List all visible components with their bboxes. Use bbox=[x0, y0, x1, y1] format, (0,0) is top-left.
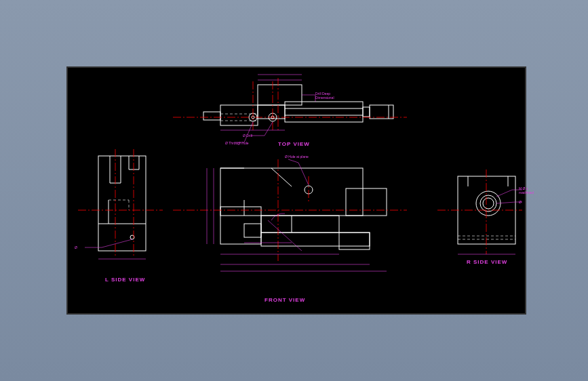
thread-annotation: M Ø xmachined bbox=[519, 186, 534, 195]
through-hole-annotation: Ø Through hole bbox=[225, 141, 249, 145]
right-side-view-label: R SIDE VIEW bbox=[467, 259, 507, 265]
svg-rect-28 bbox=[339, 233, 370, 249]
drill-annotation: Ø Drill bbox=[243, 134, 252, 138]
hole-plane-annotation: Ø Hole at plane bbox=[285, 155, 309, 159]
views-container: TOP VIEW FRONT VIEW L SIDE VIEW R SIDE V… bbox=[68, 68, 525, 313]
top-view-label: TOP VIEW bbox=[278, 141, 310, 147]
left-side-view-geometry bbox=[78, 149, 163, 259]
svg-point-64 bbox=[483, 198, 494, 209]
drill-deep-annotation: Drill DeepDimensional bbox=[315, 92, 334, 100]
svg-rect-4 bbox=[363, 107, 370, 117]
svg-rect-2 bbox=[220, 105, 258, 125]
svg-rect-29 bbox=[244, 224, 261, 237]
svg-rect-45 bbox=[98, 156, 146, 251]
svg-line-31 bbox=[271, 168, 292, 186]
front-view-geometry bbox=[173, 159, 407, 271]
svg-rect-5 bbox=[370, 105, 393, 119]
left-side-view-label: L SIDE VIEW bbox=[105, 277, 145, 283]
top-view-geometry bbox=[173, 75, 407, 142]
drawing-canvas: TOP VIEW FRONT VIEW L SIDE VIEW R SIDE V… bbox=[66, 66, 526, 315]
svg-rect-7 bbox=[203, 112, 220, 120]
dia-annotation: Ø bbox=[519, 200, 522, 204]
left-callout-dim: Ø bbox=[75, 245, 77, 249]
svg-rect-27 bbox=[261, 233, 370, 246]
svg-rect-23 bbox=[220, 168, 363, 216]
svg-rect-24 bbox=[346, 188, 387, 216]
front-view-label: FRONT VIEW bbox=[264, 297, 305, 303]
right-side-view-geometry bbox=[437, 169, 522, 254]
svg-rect-25 bbox=[220, 207, 261, 244]
